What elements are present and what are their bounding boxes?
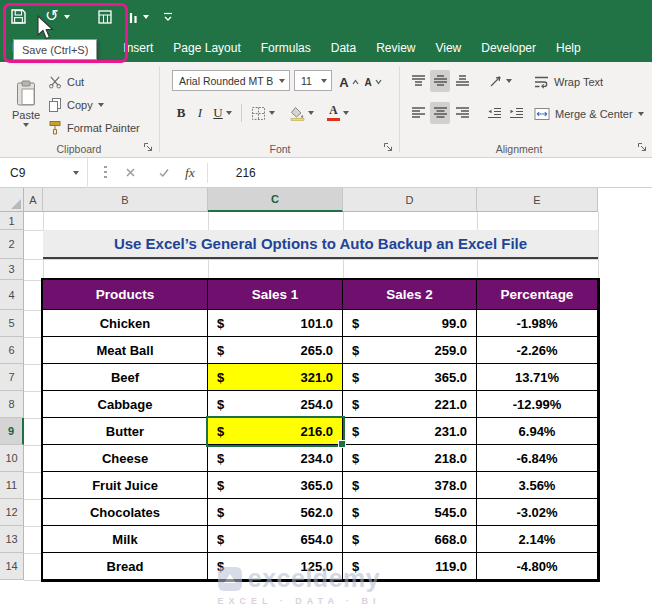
tab-developer[interactable]: Developer bbox=[471, 34, 546, 62]
cell-D9[interactable]: $231.0 bbox=[343, 418, 477, 445]
paste-button[interactable]: Paste bbox=[6, 67, 46, 139]
cell-B14[interactable]: Bread bbox=[43, 553, 208, 580]
bold-button[interactable]: B bbox=[172, 102, 190, 124]
font-dialog-launcher-icon[interactable] bbox=[382, 141, 394, 153]
cell-B5[interactable]: Chicken bbox=[43, 310, 208, 337]
cell-E13[interactable]: 2.14% bbox=[477, 526, 598, 553]
table-header-D4[interactable]: Sales 2 bbox=[343, 280, 477, 310]
cell-C8[interactable]: $254.0 bbox=[208, 391, 343, 418]
cancel-icon[interactable] bbox=[119, 167, 141, 178]
undo-dropdown-icon[interactable] bbox=[64, 15, 70, 19]
cell-D5[interactable]: $99.0 bbox=[343, 310, 477, 337]
row-header-4[interactable]: 4 bbox=[0, 280, 24, 310]
cell-C7[interactable]: $321.0 bbox=[208, 364, 343, 391]
row-header-3[interactable]: 3 bbox=[0, 259, 24, 280]
cell-C6[interactable]: $265.0 bbox=[208, 337, 343, 364]
cell-E9[interactable]: 6.94% bbox=[477, 418, 598, 445]
table-header-E4[interactable]: Percentage bbox=[477, 280, 598, 310]
bottom-align-button[interactable] bbox=[452, 70, 472, 92]
row-header-7[interactable]: 7 bbox=[0, 364, 24, 391]
worksheet-title-cell[interactable]: Use Excel’s General Options to Auto Back… bbox=[43, 230, 598, 259]
row-header-8[interactable]: 8 bbox=[0, 391, 24, 418]
cell-C5[interactable]: $101.0 bbox=[208, 310, 343, 337]
customize-quick-access-button[interactable] bbox=[162, 10, 174, 24]
merge-center-button[interactable]: Merge & Center bbox=[534, 103, 644, 124]
name-box[interactable]: C9 bbox=[0, 158, 88, 188]
cell-E7[interactable]: 13.71% bbox=[477, 364, 598, 391]
cell-D7[interactable]: $365.0 bbox=[343, 364, 477, 391]
fill-color-button[interactable] bbox=[286, 102, 318, 124]
tab-page-layout[interactable]: Page Layout bbox=[163, 34, 250, 62]
row-header-5[interactable]: 5 bbox=[0, 310, 24, 337]
tab-help[interactable]: Help bbox=[546, 34, 591, 62]
font-size-combo[interactable]: 11 bbox=[294, 70, 332, 91]
cell-C10[interactable]: $234.0 bbox=[208, 445, 343, 472]
insert-function-icon[interactable]: fx bbox=[185, 165, 195, 181]
row-header-11[interactable]: 11 bbox=[0, 472, 24, 499]
row-header-2[interactable]: 2 bbox=[0, 230, 24, 259]
tab-review[interactable]: Review bbox=[366, 34, 425, 62]
column-header-A[interactable]: A bbox=[24, 188, 43, 212]
cell-B11[interactable]: Fruit Juice bbox=[43, 472, 208, 499]
cell-E12[interactable]: -3.02% bbox=[477, 499, 598, 526]
row-header-14[interactable]: 14 bbox=[0, 553, 24, 580]
row-header-9[interactable]: 9 bbox=[0, 418, 24, 445]
cell-E6[interactable]: -2.26% bbox=[477, 337, 598, 364]
tab-view[interactable]: View bbox=[425, 34, 471, 62]
cell-B10[interactable]: Cheese bbox=[43, 445, 208, 472]
font-color-button[interactable]: A bbox=[322, 102, 354, 124]
increase-font-size-button[interactable]: A bbox=[338, 71, 360, 93]
cell-D11[interactable]: $378.0 bbox=[343, 472, 477, 499]
align-left-button[interactable] bbox=[408, 102, 428, 124]
cell-D12[interactable]: $545.0 bbox=[343, 499, 477, 526]
wrap-text-button[interactable]: Wrap Text bbox=[534, 71, 603, 92]
column-header-D[interactable]: D bbox=[343, 188, 477, 212]
copy-button[interactable]: Copy bbox=[48, 94, 104, 115]
cell-D8[interactable]: $221.0 bbox=[343, 391, 477, 418]
name-box-resize-handle[interactable] bbox=[104, 166, 107, 180]
format-painter-button[interactable]: Format Painter bbox=[48, 117, 140, 138]
align-right-button[interactable] bbox=[452, 102, 472, 124]
cell-D10[interactable]: $218.0 bbox=[343, 445, 477, 472]
borders-button[interactable] bbox=[248, 102, 278, 124]
cell-D14[interactable]: $119.0 bbox=[343, 553, 477, 580]
column-header-E[interactable]: E bbox=[477, 188, 598, 212]
enter-icon[interactable] bbox=[153, 167, 175, 178]
clipboard-dialog-launcher-icon[interactable] bbox=[142, 141, 154, 153]
cell-E8[interactable]: -12.99% bbox=[477, 391, 598, 418]
cell-D13[interactable]: $668.0 bbox=[343, 526, 477, 553]
middle-align-button[interactable] bbox=[430, 70, 450, 92]
tab-formulas[interactable]: Formulas bbox=[251, 34, 321, 62]
cell-C9[interactable]: $216.0 bbox=[208, 418, 343, 445]
cell-C13[interactable]: $654.0 bbox=[208, 526, 343, 553]
row-header-1[interactable]: 1 bbox=[0, 212, 24, 230]
cell-B12[interactable]: Chocolates bbox=[43, 499, 208, 526]
select-all-corner[interactable] bbox=[0, 188, 24, 212]
decrease-indent-button[interactable] bbox=[484, 102, 504, 124]
top-align-button[interactable] bbox=[408, 70, 428, 92]
cell-E10[interactable]: -6.84% bbox=[477, 445, 598, 472]
orientation-button[interactable] bbox=[484, 70, 516, 92]
column-header-B[interactable]: B bbox=[43, 188, 208, 212]
alignment-dialog-launcher-icon[interactable] bbox=[636, 141, 648, 153]
decrease-font-size-button[interactable]: A bbox=[362, 71, 384, 93]
chart-button[interactable] bbox=[124, 10, 138, 24]
underline-button[interactable]: U bbox=[209, 102, 236, 124]
chart-dropdown-icon[interactable] bbox=[143, 15, 149, 19]
column-header-C[interactable]: C bbox=[208, 188, 343, 212]
table-button[interactable] bbox=[98, 10, 112, 24]
cell-B13[interactable]: Milk bbox=[43, 526, 208, 553]
row-header-12[interactable]: 12 bbox=[0, 499, 24, 526]
cut-button[interactable]: Cut bbox=[48, 71, 84, 92]
cell-E5[interactable]: -1.98% bbox=[477, 310, 598, 337]
formula-input[interactable]: 216 bbox=[236, 166, 256, 180]
cell-D6[interactable]: $259.0 bbox=[343, 337, 477, 364]
cell-C11[interactable]: $365.0 bbox=[208, 472, 343, 499]
cell-E14[interactable]: -4.80% bbox=[477, 553, 598, 580]
row-header-13[interactable]: 13 bbox=[0, 526, 24, 553]
tab-insert[interactable]: Insert bbox=[113, 34, 163, 62]
cell-E11[interactable]: 3.56% bbox=[477, 472, 598, 499]
row-header-10[interactable]: 10 bbox=[0, 445, 24, 472]
row-header-6[interactable]: 6 bbox=[0, 337, 24, 364]
cell-B8[interactable]: Cabbage bbox=[43, 391, 208, 418]
